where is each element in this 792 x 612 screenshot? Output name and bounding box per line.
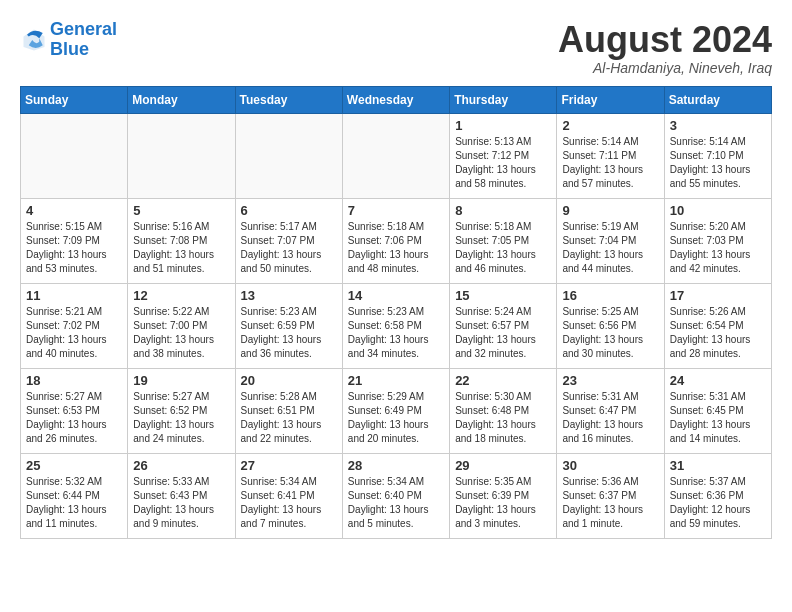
day-number: 21	[348, 373, 444, 388]
calendar-cell-w3-d7: 17Sunrise: 5:26 AM Sunset: 6:54 PM Dayli…	[664, 283, 771, 368]
month-year-title: August 2024	[558, 20, 772, 60]
calendar-cell-w5-d4: 28Sunrise: 5:34 AM Sunset: 6:40 PM Dayli…	[342, 453, 449, 538]
logo-icon	[20, 26, 48, 54]
calendar-week-1: 1Sunrise: 5:13 AM Sunset: 7:12 PM Daylig…	[21, 113, 772, 198]
calendar-cell-w4-d2: 19Sunrise: 5:27 AM Sunset: 6:52 PM Dayli…	[128, 368, 235, 453]
calendar-cell-w5-d6: 30Sunrise: 5:36 AM Sunset: 6:37 PM Dayli…	[557, 453, 664, 538]
day-info: Sunrise: 5:29 AM Sunset: 6:49 PM Dayligh…	[348, 390, 444, 446]
day-info: Sunrise: 5:32 AM Sunset: 6:44 PM Dayligh…	[26, 475, 122, 531]
calendar-cell-w5-d5: 29Sunrise: 5:35 AM Sunset: 6:39 PM Dayli…	[450, 453, 557, 538]
col-thursday: Thursday	[450, 86, 557, 113]
day-number: 23	[562, 373, 658, 388]
day-info: Sunrise: 5:23 AM Sunset: 6:59 PM Dayligh…	[241, 305, 337, 361]
day-info: Sunrise: 5:23 AM Sunset: 6:58 PM Dayligh…	[348, 305, 444, 361]
calendar-cell-w5-d3: 27Sunrise: 5:34 AM Sunset: 6:41 PM Dayli…	[235, 453, 342, 538]
calendar-cell-w1-d5: 1Sunrise: 5:13 AM Sunset: 7:12 PM Daylig…	[450, 113, 557, 198]
day-info: Sunrise: 5:18 AM Sunset: 7:06 PM Dayligh…	[348, 220, 444, 276]
calendar-cell-w5-d2: 26Sunrise: 5:33 AM Sunset: 6:43 PM Dayli…	[128, 453, 235, 538]
day-number: 9	[562, 203, 658, 218]
day-number: 5	[133, 203, 229, 218]
calendar-cell-w2-d7: 10Sunrise: 5:20 AM Sunset: 7:03 PM Dayli…	[664, 198, 771, 283]
calendar-cell-w1-d3	[235, 113, 342, 198]
col-monday: Monday	[128, 86, 235, 113]
day-info: Sunrise: 5:37 AM Sunset: 6:36 PM Dayligh…	[670, 475, 766, 531]
day-info: Sunrise: 5:17 AM Sunset: 7:07 PM Dayligh…	[241, 220, 337, 276]
day-info: Sunrise: 5:30 AM Sunset: 6:48 PM Dayligh…	[455, 390, 551, 446]
calendar-week-2: 4Sunrise: 5:15 AM Sunset: 7:09 PM Daylig…	[21, 198, 772, 283]
day-info: Sunrise: 5:15 AM Sunset: 7:09 PM Dayligh…	[26, 220, 122, 276]
calendar-header-row: Sunday Monday Tuesday Wednesday Thursday…	[21, 86, 772, 113]
logo-line2: Blue	[50, 39, 89, 59]
day-number: 28	[348, 458, 444, 473]
day-number: 8	[455, 203, 551, 218]
page-header: General Blue August 2024 Al-Hamdaniya, N…	[20, 20, 772, 76]
day-number: 15	[455, 288, 551, 303]
day-number: 13	[241, 288, 337, 303]
calendar-cell-w2-d5: 8Sunrise: 5:18 AM Sunset: 7:05 PM Daylig…	[450, 198, 557, 283]
day-info: Sunrise: 5:36 AM Sunset: 6:37 PM Dayligh…	[562, 475, 658, 531]
day-info: Sunrise: 5:26 AM Sunset: 6:54 PM Dayligh…	[670, 305, 766, 361]
day-info: Sunrise: 5:21 AM Sunset: 7:02 PM Dayligh…	[26, 305, 122, 361]
day-number: 17	[670, 288, 766, 303]
calendar-cell-w4-d1: 18Sunrise: 5:27 AM Sunset: 6:53 PM Dayli…	[21, 368, 128, 453]
calendar-cell-w2-d2: 5Sunrise: 5:16 AM Sunset: 7:08 PM Daylig…	[128, 198, 235, 283]
day-number: 30	[562, 458, 658, 473]
col-saturday: Saturday	[664, 86, 771, 113]
calendar-cell-w3-d5: 15Sunrise: 5:24 AM Sunset: 6:57 PM Dayli…	[450, 283, 557, 368]
day-info: Sunrise: 5:28 AM Sunset: 6:51 PM Dayligh…	[241, 390, 337, 446]
calendar-cell-w2-d6: 9Sunrise: 5:19 AM Sunset: 7:04 PM Daylig…	[557, 198, 664, 283]
logo-line1: General	[50, 19, 117, 39]
calendar-cell-w4-d7: 24Sunrise: 5:31 AM Sunset: 6:45 PM Dayli…	[664, 368, 771, 453]
calendar-cell-w5-d7: 31Sunrise: 5:37 AM Sunset: 6:36 PM Dayli…	[664, 453, 771, 538]
day-info: Sunrise: 5:24 AM Sunset: 6:57 PM Dayligh…	[455, 305, 551, 361]
location-subtitle: Al-Hamdaniya, Nineveh, Iraq	[558, 60, 772, 76]
day-number: 12	[133, 288, 229, 303]
calendar-cell-w2-d1: 4Sunrise: 5:15 AM Sunset: 7:09 PM Daylig…	[21, 198, 128, 283]
day-info: Sunrise: 5:18 AM Sunset: 7:05 PM Dayligh…	[455, 220, 551, 276]
logo: General Blue	[20, 20, 117, 60]
calendar-cell-w4-d3: 20Sunrise: 5:28 AM Sunset: 6:51 PM Dayli…	[235, 368, 342, 453]
day-info: Sunrise: 5:14 AM Sunset: 7:11 PM Dayligh…	[562, 135, 658, 191]
calendar-cell-w1-d6: 2Sunrise: 5:14 AM Sunset: 7:11 PM Daylig…	[557, 113, 664, 198]
day-info: Sunrise: 5:27 AM Sunset: 6:53 PM Dayligh…	[26, 390, 122, 446]
day-number: 19	[133, 373, 229, 388]
col-friday: Friday	[557, 86, 664, 113]
calendar-cell-w1-d7: 3Sunrise: 5:14 AM Sunset: 7:10 PM Daylig…	[664, 113, 771, 198]
calendar-cell-w2-d4: 7Sunrise: 5:18 AM Sunset: 7:06 PM Daylig…	[342, 198, 449, 283]
day-number: 26	[133, 458, 229, 473]
day-info: Sunrise: 5:16 AM Sunset: 7:08 PM Dayligh…	[133, 220, 229, 276]
calendar-cell-w3-d2: 12Sunrise: 5:22 AM Sunset: 7:00 PM Dayli…	[128, 283, 235, 368]
calendar-cell-w3-d6: 16Sunrise: 5:25 AM Sunset: 6:56 PM Dayli…	[557, 283, 664, 368]
calendar-cell-w2-d3: 6Sunrise: 5:17 AM Sunset: 7:07 PM Daylig…	[235, 198, 342, 283]
day-number: 27	[241, 458, 337, 473]
day-number: 3	[670, 118, 766, 133]
calendar-cell-w1-d4	[342, 113, 449, 198]
col-wednesday: Wednesday	[342, 86, 449, 113]
day-info: Sunrise: 5:34 AM Sunset: 6:41 PM Dayligh…	[241, 475, 337, 531]
day-info: Sunrise: 5:25 AM Sunset: 6:56 PM Dayligh…	[562, 305, 658, 361]
calendar-cell-w1-d1	[21, 113, 128, 198]
day-number: 11	[26, 288, 122, 303]
calendar-cell-w4-d4: 21Sunrise: 5:29 AM Sunset: 6:49 PM Dayli…	[342, 368, 449, 453]
calendar-cell-w3-d4: 14Sunrise: 5:23 AM Sunset: 6:58 PM Dayli…	[342, 283, 449, 368]
day-number: 10	[670, 203, 766, 218]
day-number: 24	[670, 373, 766, 388]
day-info: Sunrise: 5:27 AM Sunset: 6:52 PM Dayligh…	[133, 390, 229, 446]
title-block: August 2024 Al-Hamdaniya, Nineveh, Iraq	[558, 20, 772, 76]
calendar-cell-w3-d1: 11Sunrise: 5:21 AM Sunset: 7:02 PM Dayli…	[21, 283, 128, 368]
day-info: Sunrise: 5:35 AM Sunset: 6:39 PM Dayligh…	[455, 475, 551, 531]
day-number: 18	[26, 373, 122, 388]
day-number: 22	[455, 373, 551, 388]
calendar-cell-w1-d2	[128, 113, 235, 198]
day-info: Sunrise: 5:14 AM Sunset: 7:10 PM Dayligh…	[670, 135, 766, 191]
day-number: 29	[455, 458, 551, 473]
day-info: Sunrise: 5:33 AM Sunset: 6:43 PM Dayligh…	[133, 475, 229, 531]
calendar-week-5: 25Sunrise: 5:32 AM Sunset: 6:44 PM Dayli…	[21, 453, 772, 538]
calendar-week-4: 18Sunrise: 5:27 AM Sunset: 6:53 PM Dayli…	[21, 368, 772, 453]
day-number: 7	[348, 203, 444, 218]
day-number: 25	[26, 458, 122, 473]
day-info: Sunrise: 5:13 AM Sunset: 7:12 PM Dayligh…	[455, 135, 551, 191]
col-sunday: Sunday	[21, 86, 128, 113]
day-info: Sunrise: 5:31 AM Sunset: 6:47 PM Dayligh…	[562, 390, 658, 446]
day-number: 14	[348, 288, 444, 303]
